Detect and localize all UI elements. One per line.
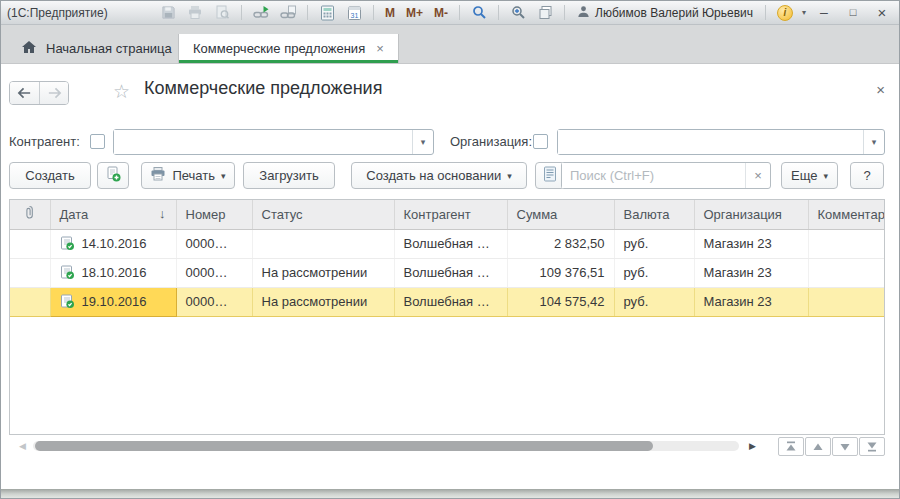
more-button[interactable]: Еще ▾ <box>781 162 838 189</box>
cell-counterparty[interactable]: Волшебная … <box>394 287 507 316</box>
print-icon[interactable] <box>185 3 205 22</box>
cell-currency[interactable]: руб. <box>614 287 694 316</box>
save-icon[interactable] <box>158 3 178 22</box>
hscrollbar-thumb[interactable] <box>35 441 653 451</box>
cell-date[interactable]: 14.10.2016 <box>50 229 176 258</box>
column-header-counterparty[interactable]: Контрагент <box>394 200 507 229</box>
column-header-organization[interactable]: Организация <box>694 200 808 229</box>
organization-dropdown-icon[interactable]: ▾ <box>863 130 884 154</box>
cell-organization[interactable]: Магазин 23 <box>694 229 808 258</box>
help-button[interactable]: ? <box>850 162 884 189</box>
cell-sum[interactable]: 2 832,50 <box>507 229 614 258</box>
calculator-icon[interactable] <box>317 3 337 22</box>
report-icon <box>543 166 557 185</box>
back-button[interactable] <box>10 82 39 104</box>
copy-button[interactable] <box>97 162 129 189</box>
cell-comment[interactable] <box>808 258 885 287</box>
counterparty-checkbox[interactable] <box>90 134 105 149</box>
cell-number[interactable]: 0000… <box>176 229 252 258</box>
cell-comment[interactable] <box>808 229 885 258</box>
create-based-dropdown-icon: ▾ <box>507 171 512 181</box>
favorite-star-icon[interactable]: ☆ <box>113 82 130 102</box>
column-header-status[interactable]: Статус <box>252 200 394 229</box>
column-header-attach[interactable] <box>10 200 50 229</box>
table-row[interactable]: 19.10.20160000…На рассмотренииВолшебная … <box>10 287 885 316</box>
table-row[interactable]: 14.10.20160000…Волшебная …2 832,50руб.Ма… <box>10 229 885 258</box>
cell-date[interactable]: 18.10.2016 <box>50 258 176 287</box>
cell-status[interactable] <box>252 229 394 258</box>
cell-organization[interactable]: Магазин 23 <box>694 287 808 316</box>
commercial-offers-form: ☆ Коммерческие предложения × Контрагент:… <box>1 65 899 490</box>
cell-currency[interactable]: руб. <box>614 258 694 287</box>
cell-sum[interactable]: 109 376,51 <box>507 258 614 287</box>
column-header-date[interactable]: Дата↓ <box>50 200 176 229</box>
create-button[interactable]: Создать <box>9 162 91 189</box>
paperclip-icon <box>24 205 35 220</box>
tab-commercial-offers[interactable]: Коммерческие предложения × <box>178 34 399 63</box>
print-preview-icon[interactable] <box>212 3 232 22</box>
zoom-icon[interactable] <box>508 3 528 22</box>
cell-currency[interactable]: руб. <box>614 229 694 258</box>
form-navrow: ☆ Коммерческие предложения × <box>1 79 899 109</box>
column-header-comment[interactable]: Комментарий <box>808 200 885 229</box>
cell-attach[interactable] <box>10 229 50 258</box>
minimize-button[interactable]: – <box>813 3 835 22</box>
copy-document-icon <box>105 166 121 185</box>
table-row[interactable]: 18.10.20160000…На рассмотренииВолшебная … <box>10 258 885 287</box>
hscrollbar-track[interactable] <box>33 441 739 451</box>
cell-attach[interactable] <box>10 258 50 287</box>
calendar-icon[interactable]: 31 <box>344 3 364 22</box>
search-field[interactable]: × <box>561 162 771 189</box>
print-button[interactable]: Печать ▾ <box>141 162 235 189</box>
info-icon[interactable]: i <box>775 3 795 22</box>
tab-home-label: Начальная страница <box>46 41 172 56</box>
go-first-row-button[interactable] <box>778 437 804 456</box>
search-input[interactable] <box>562 163 745 188</box>
hscroll-row: ◀ ▶ <box>9 437 885 457</box>
cell-organization[interactable]: Магазин 23 <box>694 258 808 287</box>
cell-status[interactable]: На рассмотрении <box>252 258 394 287</box>
column-header-sum[interactable]: Сумма <box>507 200 614 229</box>
form-close-button[interactable]: × <box>876 81 885 98</box>
row-down-button[interactable] <box>832 437 858 456</box>
organization-checkbox[interactable] <box>533 134 548 149</box>
search-icon[interactable] <box>469 3 489 22</box>
close-window-button[interactable]: × <box>871 3 893 22</box>
organization-input[interactable] <box>558 130 863 154</box>
cell-status[interactable]: На рассмотрении <box>252 287 394 316</box>
create-based-on-button[interactable]: Создать на основании ▾ <box>351 162 527 189</box>
scroll-right-icon[interactable]: ▶ <box>749 441 756 451</box>
get-link-icon[interactable] <box>278 3 298 22</box>
info-dropdown-icon[interactable]: ▾ <box>802 8 806 17</box>
load-button[interactable]: Загрузить <box>243 162 335 189</box>
memory-m-button[interactable]: M <box>383 6 397 20</box>
cell-sum[interactable]: 104 575,42 <box>507 287 614 316</box>
scroll-left-icon[interactable]: ◀ <box>19 441 26 451</box>
cell-number[interactable]: 0000… <box>176 287 252 316</box>
search-clear-button[interactable]: × <box>745 163 770 188</box>
user-menu[interactable]: Любимов Валерий Юрьевич <box>574 5 756 21</box>
cell-counterparty[interactable]: Волшебная … <box>394 258 507 287</box>
memory-m-minus-button[interactable]: M- <box>432 6 450 20</box>
forward-button[interactable] <box>39 82 68 104</box>
go-last-row-button[interactable] <box>859 437 885 456</box>
maximize-button[interactable]: □ <box>842 3 864 22</box>
counterparty-dropdown-icon[interactable]: ▾ <box>412 130 433 154</box>
user-name: Любимов Валерий Юрьевич <box>595 6 753 20</box>
cell-attach[interactable] <box>10 287 50 316</box>
column-header-number[interactable]: Номер <box>176 200 252 229</box>
counterparty-input[interactable] <box>114 130 412 154</box>
column-header-currency[interactable]: Валюта <box>614 200 694 229</box>
counterparty-combo[interactable]: ▾ <box>113 129 434 155</box>
windows-icon[interactable] <box>535 3 555 22</box>
tab-close-icon[interactable]: × <box>376 41 384 56</box>
memory-m-plus-button[interactable]: M+ <box>404 6 425 20</box>
row-up-button[interactable] <box>805 437 831 456</box>
cell-number[interactable]: 0000… <box>176 258 252 287</box>
tab-home[interactable]: Начальная страница <box>7 34 187 63</box>
cell-date[interactable]: 19.10.2016 <box>50 287 176 316</box>
organization-combo[interactable]: ▾ <box>557 129 885 155</box>
cell-comment[interactable] <box>808 287 885 316</box>
go-to-link-icon[interactable] <box>251 3 271 22</box>
cell-counterparty[interactable]: Волшебная … <box>394 229 507 258</box>
